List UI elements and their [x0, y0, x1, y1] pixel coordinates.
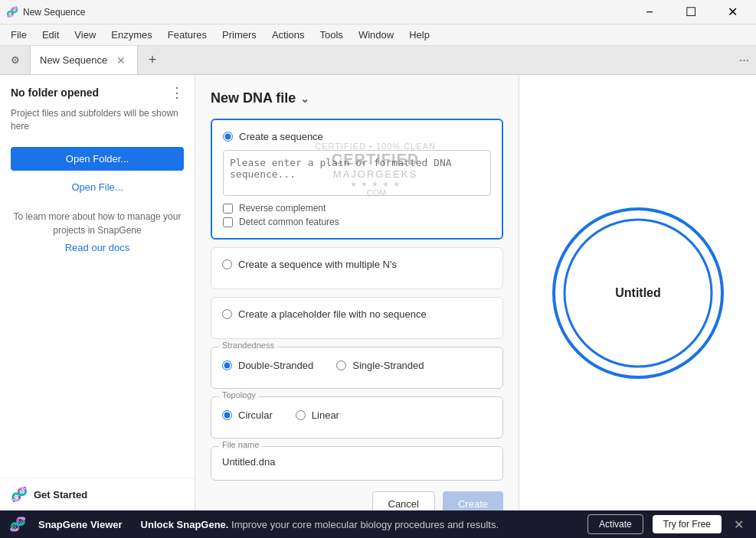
- menu-bar: File Edit View Enzymes Features Primers …: [0, 24, 756, 46]
- bottom-app-name: SnapGene Viewer: [38, 519, 123, 530]
- single-stranded-label: Single-Stranded: [352, 360, 424, 371]
- tab-close-button[interactable]: ✕: [114, 54, 128, 67]
- topology-legend: Topology: [219, 390, 259, 399]
- bottom-bar: 🧬 SnapGene Viewer Unlock SnapGene. Impro…: [0, 510, 756, 538]
- detect-features-label: Detect common features: [239, 217, 339, 227]
- circular-row: Circular: [222, 409, 273, 421]
- create-multiple-ns-section: Create a sequence with multiple N's: [211, 247, 503, 289]
- dialog-title: New DNA file: [211, 90, 296, 106]
- strandedness-radios: Double-Stranded Single-Stranded: [222, 360, 492, 379]
- strandedness-group: Strandedness Double-Stranded Single-Stra…: [211, 347, 503, 389]
- linear-row: Linear: [296, 409, 339, 421]
- title-bar-text: New Sequence: [23, 7, 632, 18]
- reverse-complement-checkbox[interactable]: [223, 204, 233, 214]
- reverse-complement-row: Reverse complement: [223, 203, 491, 214]
- menu-features[interactable]: Features: [160, 26, 214, 44]
- menu-window[interactable]: Window: [351, 26, 401, 44]
- sidebar-subtitle: Project files and subfolders will be sho…: [0, 106, 195, 142]
- sidebar-hint: To learn more about how to manage your p…: [11, 210, 184, 237]
- sidebar-header: No folder opened ⋮: [0, 75, 195, 106]
- topology-radios: Circular Linear: [222, 409, 492, 429]
- menu-enzymes[interactable]: Enzymes: [103, 26, 159, 44]
- create-button[interactable]: Create: [443, 491, 503, 510]
- open-file-link[interactable]: Open File...: [11, 181, 184, 193]
- create-placeholder-section: Create a placeholder file with no sequen…: [211, 297, 503, 339]
- multiple-ns-radio-row: Create a sequence with multiple N's: [222, 259, 492, 270]
- strandedness-legend: Strandedness: [219, 341, 277, 350]
- chevron-down-icon[interactable]: ⌄: [300, 93, 309, 105]
- footer-icon: 🧬: [11, 486, 28, 503]
- create-sequence-label: Create a sequence: [239, 131, 323, 142]
- new-tab-button[interactable]: +: [138, 46, 167, 74]
- circular-radio[interactable]: [222, 410, 232, 420]
- double-stranded-row: Double-Stranded: [222, 360, 313, 371]
- placeholder-label: Create a placeholder file with no sequen…: [238, 308, 427, 320]
- tab-label: New Sequence: [40, 54, 107, 66]
- bottom-message: Unlock SnapGene. Improve your core molec…: [141, 519, 578, 530]
- multiple-ns-radio[interactable]: [222, 259, 232, 269]
- tab-more-button[interactable]: ⋯: [731, 46, 756, 74]
- tab-bar: ⚙ New Sequence ✕ + ⋯: [0, 46, 756, 75]
- bottom-app-icon: 🧬: [9, 516, 26, 533]
- read-docs-link[interactable]: Read our docs: [0, 242, 195, 253]
- placeholder-radio-row: Create a placeholder file with no sequen…: [222, 308, 492, 320]
- detect-features-row: Detect common features: [223, 217, 491, 227]
- multiple-ns-label: Create a sequence with multiple N's: [238, 259, 397, 270]
- menu-edit[interactable]: Edit: [34, 26, 67, 44]
- sequence-textarea[interactable]: [223, 150, 491, 196]
- try-free-button[interactable]: Try for Free: [653, 515, 722, 533]
- reverse-complement-label: Reverse complement: [239, 203, 326, 214]
- tab-new-sequence[interactable]: New Sequence ✕: [31, 46, 138, 74]
- linear-label: Linear: [312, 409, 339, 421]
- dna-circle-svg: Untitled: [546, 201, 730, 385]
- sidebar: No folder opened ⋮ Project files and sub…: [0, 75, 195, 510]
- create-sequence-radio-row: Create a sequence: [223, 131, 491, 142]
- close-button[interactable]: ✕: [715, 0, 750, 24]
- menu-file[interactable]: File: [3, 26, 34, 44]
- create-sequence-radio[interactable]: [223, 132, 233, 142]
- app-icon: 🧬: [6, 6, 18, 18]
- title-bar-controls: − ☐ ✕: [632, 0, 750, 24]
- circular-label: Circular: [238, 409, 273, 421]
- menu-view[interactable]: View: [67, 26, 103, 44]
- circle-label: Untitled: [615, 286, 661, 299]
- open-folder-button[interactable]: Open Folder...: [11, 147, 184, 171]
- detect-features-checkbox[interactable]: [223, 217, 233, 227]
- file-name-legend: File name: [219, 440, 262, 449]
- sidebar-footer: 🧬 Get Started: [0, 478, 195, 510]
- bottom-close-button[interactable]: ✕: [731, 517, 747, 532]
- main-layout: No folder opened ⋮ Project files and sub…: [0, 75, 756, 510]
- file-name-input[interactable]: [222, 453, 492, 471]
- footer-label: Get Started: [34, 489, 87, 501]
- right-panel: Untitled: [519, 75, 756, 510]
- placeholder-radio[interactable]: [222, 309, 232, 319]
- topology-group: Topology Circular Linear: [211, 396, 503, 439]
- sidebar-more-button[interactable]: ⋮: [170, 84, 184, 101]
- dialog-buttons: Cancel Create: [211, 491, 503, 510]
- double-stranded-radio[interactable]: [222, 360, 232, 370]
- maximize-button[interactable]: ☐: [673, 0, 709, 24]
- minimize-button[interactable]: −: [632, 0, 667, 24]
- create-sequence-section: Create a sequence Reverse complement Det…: [211, 119, 503, 240]
- settings-icon: ⚙: [11, 54, 20, 66]
- dialog-area: New DNA file ⌄ Create a sequence Reverse…: [195, 75, 519, 510]
- file-name-group: File name: [211, 446, 503, 481]
- dialog-header: New DNA file ⌄: [211, 90, 503, 106]
- menu-actions[interactable]: Actions: [264, 26, 313, 44]
- menu-help[interactable]: Help: [401, 26, 437, 44]
- activate-button[interactable]: Activate: [587, 514, 643, 534]
- single-stranded-row: Single-Stranded: [336, 360, 424, 371]
- cancel-button[interactable]: Cancel: [372, 491, 435, 510]
- dna-circle-container: Untitled: [519, 75, 756, 510]
- linear-radio[interactable]: [296, 410, 306, 420]
- sidebar-title: No folder opened: [11, 86, 99, 99]
- menu-primers[interactable]: Primers: [214, 26, 264, 44]
- double-stranded-label: Double-Stranded: [238, 360, 313, 371]
- settings-tab-button[interactable]: ⚙: [0, 46, 31, 74]
- single-stranded-radio[interactable]: [336, 360, 346, 370]
- title-bar: 🧬 New Sequence − ☐ ✕: [0, 0, 756, 24]
- menu-tools[interactable]: Tools: [313, 26, 351, 44]
